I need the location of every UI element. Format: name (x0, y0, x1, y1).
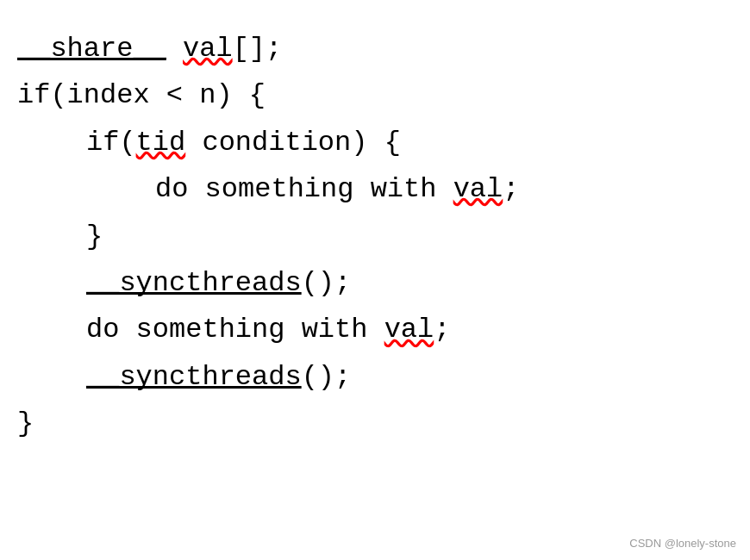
tid-keyword: tid (136, 127, 186, 159)
code-line-1: __share__ val[]; (17, 26, 733, 72)
code-line-3: if(tid condition) { (17, 120, 733, 166)
code-line-4: do something with val; (17, 166, 733, 213)
val-keyword-3: val (384, 314, 434, 345)
syncthreads-1: __syncthreads (86, 267, 302, 299)
val-keyword-1: val (183, 33, 233, 65)
share-keyword: __share__ (17, 33, 166, 65)
code-line-2: if(index < n) { (17, 72, 733, 119)
code-line-5: } (17, 214, 733, 260)
code-line-8: __syncthreads(); (17, 354, 733, 401)
code-block: __share__ val[]; if(index < n) { if(tid … (0, 0, 750, 465)
code-line-7: do something with val; (17, 307, 733, 353)
val-keyword-2: val (453, 173, 503, 205)
code-line-6: __syncthreads(); (17, 260, 733, 307)
syncthreads-2: __syncthreads (86, 361, 302, 393)
code-line-9: } (17, 401, 733, 447)
watermark: CSDN @lonely-stone (629, 537, 736, 550)
